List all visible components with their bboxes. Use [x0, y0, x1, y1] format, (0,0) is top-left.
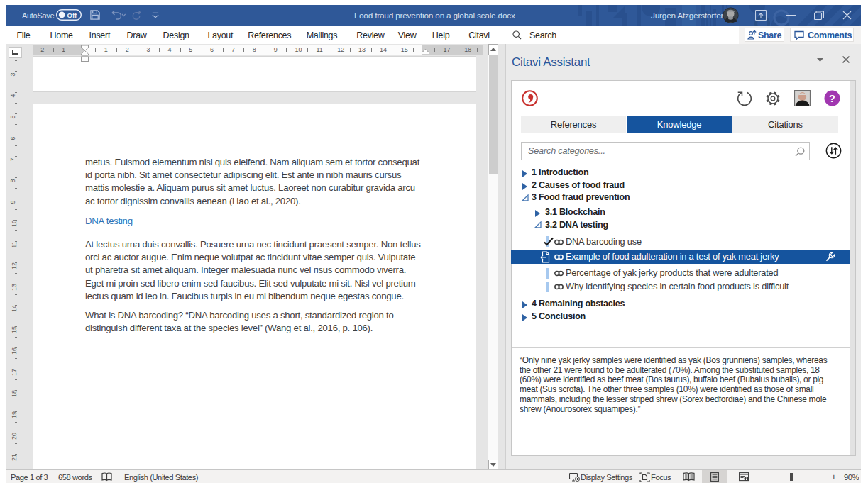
svg-text:Off: Off: [67, 11, 78, 19]
svg-text:?: ?: [829, 93, 835, 104]
